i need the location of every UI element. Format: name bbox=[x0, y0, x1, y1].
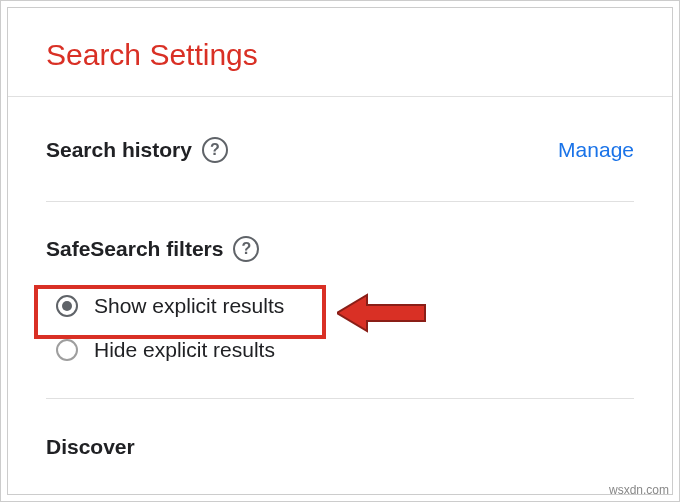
discover-text: Discover bbox=[46, 435, 135, 459]
watermark: wsxdn.com bbox=[609, 483, 669, 495]
safesearch-text: SafeSearch filters bbox=[46, 237, 223, 261]
radio-show-label: Show explicit results bbox=[94, 294, 284, 318]
help-icon[interactable]: ? bbox=[202, 137, 228, 163]
help-icon[interactable]: ? bbox=[233, 236, 259, 262]
search-history-text: Search history bbox=[46, 138, 192, 162]
manage-link[interactable]: Manage bbox=[558, 138, 634, 162]
discover-label: Discover bbox=[46, 435, 634, 459]
radio-show-explicit[interactable]: Show explicit results bbox=[46, 284, 634, 328]
safesearch-label: SafeSearch filters ? bbox=[46, 236, 634, 262]
radio-unselected-icon bbox=[56, 339, 78, 361]
radio-hide-explicit[interactable]: Hide explicit results bbox=[46, 328, 634, 372]
search-history-label: Search history ? bbox=[46, 137, 228, 163]
page-title: Search Settings bbox=[46, 38, 634, 72]
radio-hide-label: Hide explicit results bbox=[94, 338, 275, 362]
radio-selected-icon bbox=[56, 295, 78, 317]
